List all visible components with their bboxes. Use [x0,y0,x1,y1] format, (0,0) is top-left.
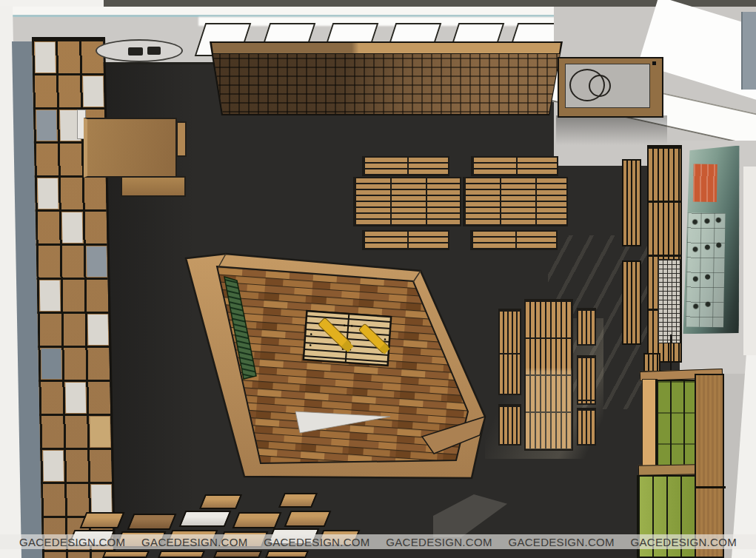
watermark-text: GACEDESIGN.COM [19,536,125,548]
lattice-screen [210,40,565,117]
floor-shadow-wedge [433,494,507,537]
cubby-cell [35,42,56,73]
cubby-cell [90,417,110,447]
cubby-cell [83,76,104,107]
green-shelf-mid-strip [638,464,698,475]
bench-bottom-right [470,230,558,250]
service-counter-side [176,121,187,157]
table-item [147,47,161,55]
round-basin-inner-icon [589,75,611,97]
service-counter-extension [121,176,186,197]
display-bin [179,511,232,527]
right-wall-streak [743,167,756,355]
display-bin [102,551,150,558]
display-bin [80,512,125,528]
cubby-cell [40,280,61,311]
v-bench-right-3 [577,408,596,446]
green-shelf-upper [655,380,696,471]
watermark-text: GACEDESIGN.COM [141,536,247,548]
watermark-text: GACEDESIGN.COM [631,536,737,548]
bench-top-right [471,156,558,176]
display-bin [213,551,262,558]
mesh-baskets [658,259,680,343]
display-bin [284,511,332,527]
v-bench-right-2 [577,355,596,405]
side-slat-bench-2 [622,260,641,345]
box-corner-dot [652,61,656,65]
cubby-cell [65,383,86,413]
v-bench-left-2 [498,404,521,446]
interior-top-view-render: GACEDESIGN.COM GACEDESIGN.COM GACEDESIGN… [0,0,756,558]
table-item [128,47,143,56]
cubby-cell [38,178,58,209]
v-bench-left-1 [498,309,521,395]
poster-icon-grid [686,213,726,327]
wall-poster [683,144,742,335]
watermark-bar: GACEDESIGN.COM GACEDESIGN.COM GACEDESIGN… [0,534,756,549]
display-bin [265,551,309,558]
ceiling-edge-corner [0,0,104,7]
v-bench-right-1 [577,308,596,346]
cubby-cell [41,349,61,379]
vertical-long-table [524,299,573,451]
skylight-glow [198,17,569,26]
display-bin [127,514,177,530]
side-slat-bench-1 [622,159,641,246]
right-window-band [741,12,756,90]
cubby-cell [36,110,57,141]
round-entry-table [96,39,183,62]
display-bin [233,512,282,528]
long-table-left [353,177,461,226]
ceiling-edge-bar [0,0,756,7]
cubby-cell [43,451,64,481]
reception-box [558,57,663,118]
cubby-cell [88,315,109,345]
bench-top-left [362,156,449,176]
display-bin [158,551,205,558]
reading-platform [178,248,496,485]
wood-panel-divider [696,486,726,488]
shelf-pole [670,335,672,374]
watermark-text: GACEDESIGN.COM [508,536,614,548]
watermark-text: GACEDESIGN.COM [264,536,369,548]
display-bin [199,494,242,509]
poster-seal [693,164,717,202]
wood-side-panel [695,374,724,558]
reception-box-shadow [556,115,667,145]
long-table-right [463,177,568,226]
bench-bottom-left [362,230,449,250]
service-counter [84,118,177,178]
watermark-text: GACEDESIGN.COM [386,536,492,548]
cubby-cell [62,212,83,243]
display-bin [278,493,318,508]
cubby-shelf-wall [32,37,116,558]
cubby-cell [87,246,107,277]
small-slat-top [643,353,660,372]
